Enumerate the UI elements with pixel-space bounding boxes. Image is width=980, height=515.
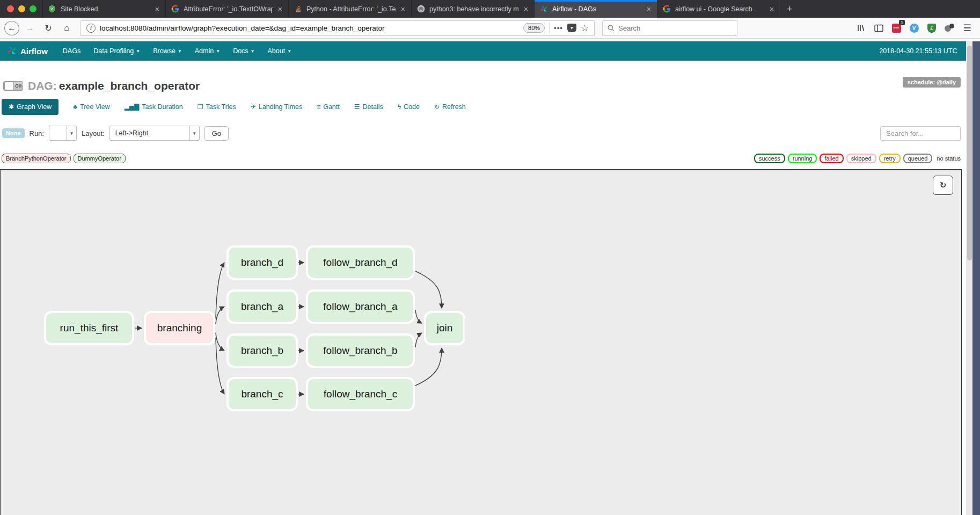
nav-item-admin[interactable]: Admin▼ [188, 41, 226, 61]
shield-extension-icon[interactable]: £ [925, 21, 938, 34]
status-retry: retry [879, 154, 901, 163]
graph-refresh-button[interactable]: ↻ [933, 176, 953, 195]
tab-title: AttributeError: '_io.TextIOWrapp [184, 5, 273, 13]
view-task-tries[interactable]: ❐Task Tries [198, 103, 236, 111]
dag-node-branch_b[interactable]: branch_b [229, 336, 296, 366]
nav-item-data-profiling[interactable]: Data Profiling▼ [87, 41, 147, 61]
view-refresh[interactable]: ↻Refresh [434, 103, 466, 111]
right-edge-strip [972, 41, 980, 515]
graph-view-icon: ✱ [9, 103, 14, 111]
dag-node-run_this_first[interactable]: run_this_first [46, 313, 132, 343]
task-search-input[interactable]: Search for... [880, 126, 961, 141]
task-tries-icon: ❐ [198, 103, 203, 111]
operator-pill-dummyoperator: DummyOperator [74, 154, 126, 163]
bookmark-star-icon[interactable]: ☆ [581, 23, 589, 34]
address-bar[interactable]: i localhost:8080/admin/airflow/graph?exe… [81, 20, 595, 36]
forward-button[interactable]: → [23, 20, 38, 35]
close-tab-icon[interactable]: × [400, 5, 406, 13]
browser-tab-2[interactable]: AttributeError: '_io.TextIOWrapp× [166, 0, 289, 18]
scrollbar-thumb[interactable] [967, 46, 972, 260]
browser-tab-6[interactable]: airflow ui - Google Search× [657, 0, 780, 18]
dag-id: example_branch_operator [59, 79, 200, 92]
dag-node-follow_branch_b[interactable]: follow_branch_b [308, 336, 413, 366]
close-tab-icon[interactable]: × [646, 5, 652, 13]
dag-node-follow_branch_a[interactable]: follow_branch_a [308, 292, 413, 322]
view-landing-times[interactable]: ✈Landing Times [251, 103, 302, 111]
page-scrollbar[interactable] [966, 41, 972, 515]
google-favicon [171, 5, 179, 13]
view-graph-view[interactable]: ✱Graph View [2, 99, 58, 115]
minimize-window-button[interactable] [18, 5, 25, 12]
new-tab-button[interactable]: + [780, 0, 799, 18]
edge-branching-branch_b [216, 332, 224, 351]
adblock-extension-icon[interactable]: ••• 1 [890, 21, 903, 34]
nav-item-dags[interactable]: DAGs [56, 41, 87, 61]
layout-label: Layout: [82, 129, 105, 137]
close-tab-icon[interactable]: × [523, 5, 529, 13]
base-date-badge: None [2, 128, 25, 138]
go-button[interactable]: Go [204, 126, 229, 141]
browser-tab-5[interactable]: Airflow - DAGs× [535, 0, 657, 18]
close-tab-icon[interactable]: × [154, 5, 160, 13]
close-window-button[interactable] [7, 5, 14, 12]
nav-item-browse[interactable]: Browse▼ [147, 41, 188, 61]
view-task-duration[interactable]: ▂▅▇Task Duration [125, 103, 183, 111]
view-tree-view[interactable]: ♣Tree View [73, 103, 109, 111]
zoom-window-button[interactable] [30, 5, 36, 12]
divider [549, 23, 550, 33]
tree-view-icon: ♣ [73, 103, 77, 111]
view-details[interactable]: ☰Details [354, 103, 383, 111]
airflow-brand[interactable]: Airflow [6, 45, 48, 57]
status-skipped: skipped [846, 154, 876, 163]
extension-badge: 1 [899, 20, 905, 25]
edge-follow_branch_b-join [415, 333, 422, 347]
ghostery-extension-icon[interactable] [943, 21, 956, 34]
pocket-icon[interactable]: ▾ [567, 24, 576, 32]
browser-tab-bar: Site Blocked×AttributeError: '_io.TextIO… [0, 0, 980, 18]
airflow-navbar: Airflow DAGsData Profiling▼Browse▼Admin▼… [0, 41, 980, 61]
browser-search-field[interactable]: Search [602, 20, 737, 36]
view-gantt[interactable]: ≡Gantt [317, 103, 340, 111]
dag-node-follow_branch_c[interactable]: follow_branch_c [308, 379, 413, 409]
browser-tab-3[interactable]: Python - AttributeError: '_io.Te× [289, 0, 412, 18]
view-tabs: ✱Graph View♣Tree View▂▅▇Task Duration❐Ta… [2, 98, 980, 115]
page-actions-icon[interactable]: ••• [554, 24, 563, 32]
nav-item-about[interactable]: About▼ [261, 41, 298, 61]
dag-node-branch_a[interactable]: branch_a [229, 292, 296, 322]
browser-tab-4[interactable]: python3: behave incorrectly mo× [412, 0, 535, 18]
page-title: DAG:example_branch_operator [28, 79, 200, 92]
airflow-page: Airflow DAGsData Profiling▼Browse▼Admin▼… [0, 39, 980, 515]
site-info-icon[interactable]: i [86, 24, 96, 33]
sidebar-icon[interactable] [872, 21, 885, 34]
operator-legend: BranchPythonOperatorDummyOperator succes… [2, 153, 961, 164]
google-favicon [662, 5, 671, 13]
dag-node-branch_d[interactable]: branch_d [229, 248, 296, 278]
run-select[interactable]: ▼ [49, 126, 77, 141]
github-favicon [416, 5, 425, 13]
url-toolbar: ← → ↻ ⌂ i localhost:8080/admin/airflow/g… [0, 18, 980, 39]
back-button[interactable]: ← [4, 21, 19, 35]
blue-extension-icon[interactable]: V [908, 21, 920, 34]
reload-button[interactable]: ↻ [41, 20, 56, 35]
dag-node-branching[interactable]: branching [146, 313, 213, 343]
library-icon[interactable] [854, 21, 867, 34]
zoom-level-badge[interactable]: 80% [523, 23, 545, 33]
airflow-logo-icon [6, 45, 17, 57]
status-running: running [788, 154, 817, 163]
close-tab-icon[interactable]: × [769, 5, 775, 13]
dag-node-follow_branch_d[interactable]: follow_branch_d [308, 248, 413, 278]
chevron-down-icon: ▼ [178, 49, 182, 54]
url-text[interactable]: localhost:8080/admin/airflow/graph?execu… [100, 24, 519, 32]
layout-select[interactable]: Left->Right▼ [109, 126, 200, 141]
nav-item-docs[interactable]: Docs▼ [226, 41, 261, 61]
view-code[interactable]: ϟCode [398, 103, 420, 111]
dag-edges [1, 170, 961, 515]
dag-pause-toggle[interactable]: Off [3, 81, 23, 91]
browser-tab-1[interactable]: Site Blocked× [43, 0, 166, 18]
menu-icon[interactable]: ☰ [961, 21, 974, 34]
run-controls: None Run: ▼ Layout: Left->Right▼ Go Sear… [2, 125, 961, 141]
home-button[interactable]: ⌂ [59, 20, 74, 35]
dag-node-branch_c[interactable]: branch_c [229, 379, 296, 409]
close-tab-icon[interactable]: × [277, 5, 283, 13]
dag-node-join[interactable]: join [426, 313, 463, 343]
